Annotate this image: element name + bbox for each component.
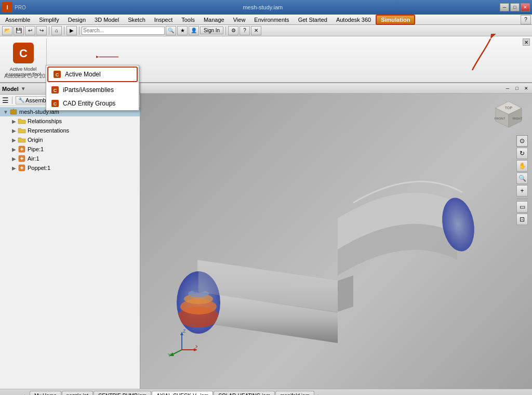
active-model-icon: C — [52, 70, 62, 79]
search-button[interactable]: 🔍 — [166, 26, 176, 35]
dropdown-active-model[interactable]: C Active Model — [47, 67, 138, 82]
tree-expand-root[interactable]: ▼ — [2, 108, 9, 115]
zoom-button[interactable]: 🔍 — [516, 173, 528, 184]
settings-button[interactable]: ⚙ — [228, 26, 238, 35]
svg-text:X: X — [195, 344, 197, 349]
tab-nav-down[interactable]: ▼ — [10, 392, 18, 395]
tree-representations[interactable]: ▶ Representations — [0, 126, 140, 135]
save-button[interactable]: 💾 — [14, 26, 24, 35]
tab-nav-next[interactable]: ▶ — [316, 392, 324, 395]
zoom-fit-button[interactable]: ⊙ — [516, 135, 528, 147]
dropdown-cad-groups[interactable]: C CAD Entity Groups — [46, 97, 139, 110]
tree-pipe[interactable]: ▶ Pipe:1 — [0, 144, 140, 154]
tab-manifold[interactable]: manifold.iam — [275, 391, 314, 395]
model-label: Model — [2, 86, 19, 92]
menu-manage[interactable]: Manage — [200, 16, 229, 24]
ribbon-close-button[interactable]: ✕ — [523, 38, 530, 46]
tree-area[interactable]: ▼ mesh-study.iam ▶ Relationships ▶ — [0, 106, 140, 389]
menu-help-button[interactable]: ? — [521, 15, 531, 24]
tab-axial-label: AXIAL-CHECK-V...iam — [156, 393, 208, 395]
assessment-tool-icon[interactable]: C — [11, 41, 36, 65]
dropdown-menu: C Active Model C iParts/iAssemblies C CA… — [46, 65, 139, 111]
redo-button[interactable]: ↪ — [36, 26, 47, 35]
folder-representations-icon — [18, 126, 26, 135]
tab-solar[interactable]: SOLAR-HEATING.iam — [214, 391, 275, 395]
tree-poppet[interactable]: ▶ Poppet:1 — [0, 163, 140, 173]
tab-nav-left[interactable]: ▲ — [1, 392, 9, 395]
maximize-button[interactable]: □ — [510, 3, 520, 11]
tab-manifold-label: manifold.iam — [280, 393, 310, 395]
undo-button[interactable]: ↩ — [25, 26, 35, 35]
window-title: mesh-study.iam — [26, 4, 500, 10]
zoom-in-button[interactable]: + — [516, 185, 528, 196]
tree-expand-origin[interactable]: ▶ — [10, 136, 18, 143]
view-box-button[interactable]: ▭ — [516, 201, 528, 213]
cad-groups-icon: C — [50, 99, 60, 108]
menu-design[interactable]: Design — [64, 16, 90, 24]
menu-environments[interactable]: Environments — [250, 16, 293, 24]
tree-expand-air[interactable]: ▶ — [10, 155, 18, 162]
tree-expand-rel[interactable]: ▶ — [10, 117, 18, 125]
menu-right-controls: ? — [521, 15, 531, 24]
tree-expand-rep[interactable]: ▶ — [10, 127, 18, 134]
tree-relationships[interactable]: ▶ Relationships — [0, 116, 140, 126]
tree-pipe-label: Pipe:1 — [28, 146, 44, 152]
menu-get-started[interactable]: Get Started — [294, 16, 331, 24]
home-button[interactable]: ⌂ — [51, 26, 62, 35]
orbit-button[interactable]: ↻ — [516, 148, 528, 159]
toolbar-close-button[interactable]: ✕ — [251, 26, 261, 35]
tab-nozzle[interactable]: nozzle.ipt — [62, 391, 93, 395]
toolbar-separator3 — [79, 27, 79, 35]
more-button[interactable]: ▶ — [66, 26, 77, 35]
menu-view[interactable]: View — [229, 16, 250, 24]
menu-inspect[interactable]: Inspect — [150, 16, 177, 24]
sign-in-button[interactable]: Sign In — [200, 27, 223, 34]
close-button[interactable]: ✕ — [521, 3, 530, 11]
tree-expand-poppet[interactable]: ▶ — [10, 164, 18, 172]
tab-myhome-label: My Home — [34, 393, 57, 395]
view-settings-button[interactable]: ⊡ — [516, 214, 528, 225]
search-input[interactable] — [82, 27, 165, 35]
menu-assemble[interactable]: Assemble — [1, 16, 34, 24]
bookmark-button[interactable]: ★ — [177, 26, 188, 35]
tree-origin[interactable]: ▶ Origin — [0, 135, 140, 144]
iparts-icon: C — [50, 85, 60, 95]
minimize-button[interactable]: ─ — [500, 3, 509, 11]
menu-simplify[interactable]: Simplify — [35, 16, 63, 24]
tab-myhome[interactable]: My Home — [30, 391, 61, 395]
viewport[interactable]: ─ □ ✕ — [140, 83, 532, 389]
viewport-close-button[interactable]: ✕ — [523, 85, 530, 92]
tree-expand-pipe[interactable]: ▶ — [10, 146, 18, 153]
toolbar: 📂 💾 ↩ ↪ ⌂ ▶ 🔍 ★ 👤 Sign In ⚙ ? ✕ — [0, 25, 532, 36]
viewport-minimize-button[interactable]: ─ — [504, 85, 511, 92]
user-button[interactable]: 👤 — [189, 26, 199, 35]
svg-text:FRONT: FRONT — [495, 117, 506, 120]
help-button[interactable]: ? — [240, 26, 250, 35]
menu-simulation[interactable]: Simulation — [376, 15, 415, 25]
pan-button[interactable]: ✋ — [516, 160, 528, 172]
tab-centrif[interactable]: CENTRIF-PUMP.iam — [94, 391, 151, 395]
nav-cube[interactable]: TOP FRONT RIGHT — [493, 99, 524, 130]
panel-dropdown-arrow[interactable]: ▼ — [21, 86, 26, 91]
menu-autodesk360[interactable]: Autodesk 360 — [332, 16, 375, 24]
menu-3dmodel[interactable]: 3D Model — [90, 16, 123, 24]
filter-icon[interactable]: ☰ — [2, 96, 9, 104]
open-button[interactable]: 📂 — [2, 26, 12, 35]
tab-nav-prev[interactable]: ◀ — [19, 392, 27, 395]
tab-bar: ▲ ▼ ◀ My Home nozzle.ipt CENTRIF-PUMP.ia… — [0, 389, 532, 395]
tab-axial[interactable]: AXIAL-CHECK-V...iam — [152, 391, 213, 395]
subheader-sep — [12, 97, 12, 104]
main-area: Model ▼ ? ✕ ☰ 🔧 Assembly View ▼ 🔍 ▼ — [0, 83, 532, 389]
menu-sketch[interactable]: Sketch — [124, 16, 150, 24]
menu-tools[interactable]: Tools — [177, 16, 199, 24]
svg-text:Z: Z — [183, 328, 186, 334]
app-icon: I — [2, 2, 12, 12]
viewport-maximize-button[interactable]: □ — [513, 85, 521, 92]
dropdown-iparts[interactable]: C iParts/iAssemblies — [46, 83, 139, 97]
folder-origin-icon — [18, 136, 26, 144]
folder-relationships-icon — [18, 117, 26, 125]
assembly-icon — [9, 108, 18, 116]
right-toolbar: ⊙ ↻ ✋ 🔍 + ▭ ⊡ — [516, 135, 528, 225]
toolbar-separator — [49, 27, 49, 35]
tree-air[interactable]: ▶ Air:1 — [0, 154, 140, 163]
